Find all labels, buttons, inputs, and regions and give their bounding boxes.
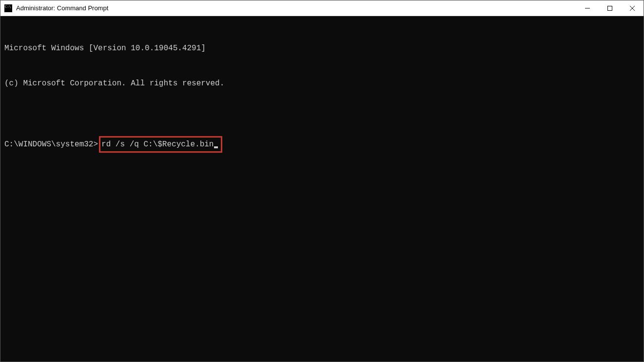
window-controls [576,0,644,16]
maximize-icon [607,6,612,11]
close-icon [630,6,635,11]
maximize-button[interactable] [599,0,621,16]
svg-rect-1 [608,6,612,10]
terminal-command-text: rd /s /q C:\$Recycle.bin [101,139,214,150]
highlighted-command: rd /s /q C:\$Recycle.bin [99,136,222,153]
command-prompt-window: Administrator: Command Prompt Microsoft … [0,0,644,362]
window-title: Administrator: Command Prompt [16,4,576,12]
terminal-output-version: Microsoft Windows [Version 10.0.19045.42… [4,42,640,54]
close-button[interactable] [621,0,644,16]
terminal-area[interactable]: Microsoft Windows [Version 10.0.19045.42… [0,16,644,362]
titlebar[interactable]: Administrator: Command Prompt [0,0,644,16]
terminal-cursor [214,146,218,148]
minimize-button[interactable] [576,0,599,16]
terminal-prompt-line: C:\WINDOWS\system32> rd /s /q C:\$Recycl… [4,136,640,153]
terminal-prompt: C:\WINDOWS\system32> [4,139,98,150]
cmd-icon [4,4,12,12]
terminal-output-copyright: (c) Microsoft Corporation. All rights re… [4,78,640,89]
minimize-icon [585,6,590,11]
